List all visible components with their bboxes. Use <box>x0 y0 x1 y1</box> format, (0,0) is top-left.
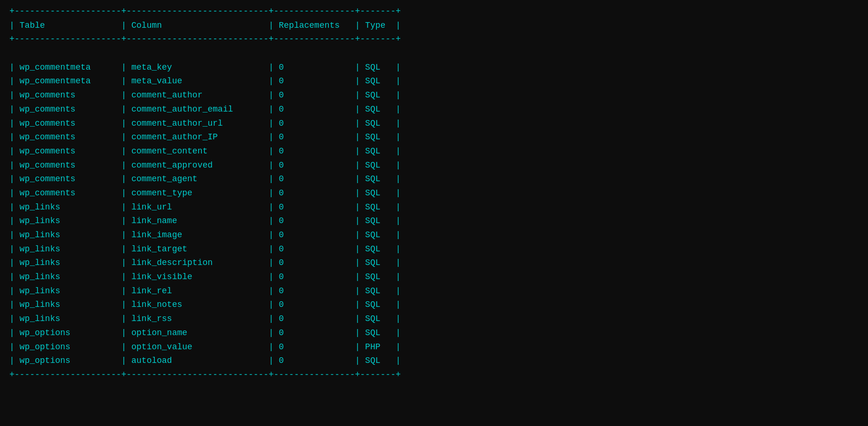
terminal-output: +---------------------+-----------------… <box>0 0 868 387</box>
